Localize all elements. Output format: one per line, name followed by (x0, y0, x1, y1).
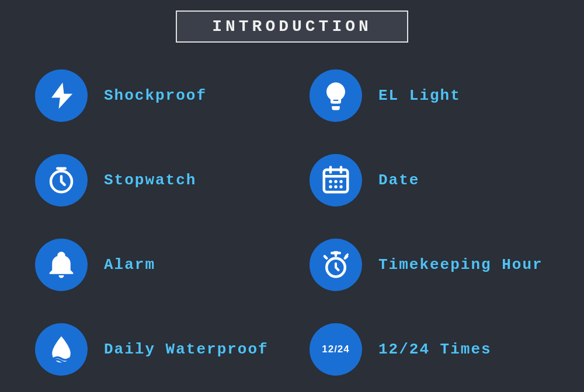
features-grid: Shockproof EL Light Stopwatch (18, 53, 566, 392)
feature-shockproof: Shockproof (18, 53, 292, 138)
feature-waterproof: Daily Waterproof (18, 307, 292, 392)
shockproof-label: Shockproof (104, 87, 207, 104)
date-icon-circle (310, 154, 362, 206)
date-label: Date (378, 172, 419, 189)
el-light-label: EL Light (378, 87, 461, 104)
svg-point-3 (329, 180, 332, 183)
shockproof-icon-circle (35, 69, 88, 122)
stopwatch-icon (320, 249, 352, 281)
1224-icon-text: 12/24 (322, 344, 350, 355)
bolt-icon (46, 80, 77, 111)
clock-icon (46, 164, 77, 196)
bulb-icon (320, 80, 352, 111)
feature-stopwatch: Stopwatch (18, 138, 292, 222)
water-icon (46, 334, 77, 365)
bell-icon (46, 249, 77, 281)
feature-alarm: Alarm (18, 223, 292, 307)
calendar-icon (320, 164, 352, 196)
waterproof-icon-circle (35, 323, 88, 376)
1224-icon-circle: 12/24 (310, 323, 362, 376)
svg-point-8 (339, 185, 342, 188)
feature-1224: 12/24 12/24 Times (292, 307, 566, 392)
alarm-label: Alarm (104, 256, 155, 274)
feature-timekeeping: Timekeeping Hour (292, 223, 566, 307)
timekeeping-icon-circle (310, 239, 362, 291)
feature-date: Date (292, 138, 566, 222)
svg-point-7 (334, 185, 337, 188)
svg-point-6 (329, 185, 332, 188)
svg-point-4 (334, 180, 337, 183)
svg-point-5 (339, 180, 342, 183)
alarm-icon-circle (35, 239, 88, 291)
title-box: INTRODUCTION (176, 10, 408, 43)
1224-label: 12/24 Times (378, 341, 492, 358)
waterproof-label: Daily Waterproof (104, 341, 269, 358)
stopwatch-label: Stopwatch (104, 172, 196, 189)
timekeeping-label: Timekeeping Hour (378, 256, 543, 274)
feature-el-light: EL Light (292, 53, 566, 138)
stopwatch-icon-circle (35, 154, 88, 206)
page-title: INTRODUCTION (212, 18, 372, 36)
svg-rect-10 (333, 251, 339, 254)
el-light-icon-circle (310, 69, 362, 122)
